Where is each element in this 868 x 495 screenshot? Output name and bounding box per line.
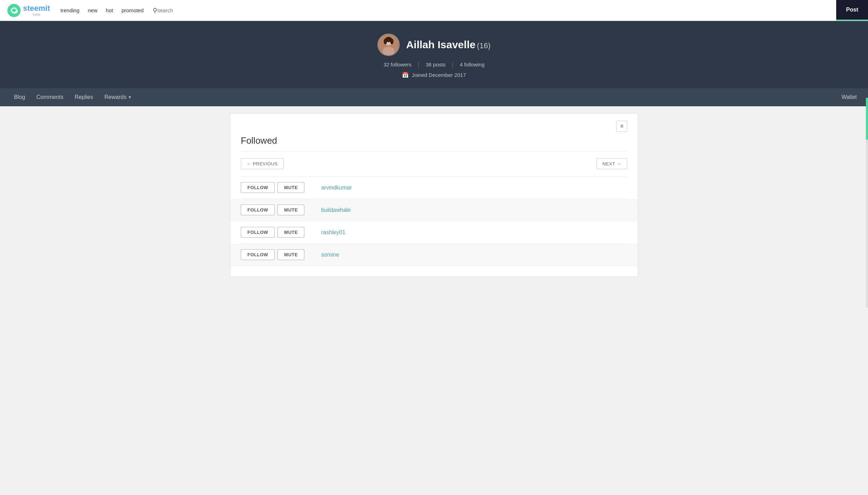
tab-comments[interactable]: Comments xyxy=(36,93,63,102)
top-navigation: steemit beta trending new hot promoted ⚲… xyxy=(0,0,868,21)
steemit-logo-icon xyxy=(7,3,21,17)
list-view-toggle-button[interactable]: ≡ xyxy=(616,121,627,132)
avatar-image xyxy=(378,34,399,55)
logo-area[interactable]: steemit beta xyxy=(7,3,50,17)
joined-date: Joined December 2017 xyxy=(412,72,466,78)
secondary-navigation: Blog Comments Replies Rewards ▼ Wallet xyxy=(0,88,868,106)
profile-stats: 32 followers | 36 posts | 4 following xyxy=(7,61,861,68)
chevron-down-icon: ▼ xyxy=(128,95,132,99)
mute-button-4[interactable]: MUTE xyxy=(277,249,304,260)
followers-count: 32 followers xyxy=(377,62,418,67)
avatar-svg xyxy=(378,34,399,56)
mute-button-2[interactable]: MUTE xyxy=(277,205,304,215)
scrollbar[interactable] xyxy=(866,98,868,308)
action-buttons-3: FOLLOW MUTE xyxy=(241,227,311,238)
follow-button-4[interactable]: FOLLOW xyxy=(241,249,275,260)
main-content: ≡ Followed ← PREVIOUS NEXT → FOLLOW MUTE… xyxy=(224,113,644,277)
follow-button-3[interactable]: FOLLOW xyxy=(241,227,275,238)
tab-rewards[interactable]: Rewards ▼ xyxy=(104,93,132,102)
nav-promoted[interactable]: promoted xyxy=(122,7,144,13)
profile-name-area: Aillah Isavelle (16) xyxy=(406,39,491,51)
svg-point-6 xyxy=(384,38,387,44)
follow-button-2[interactable]: FOLLOW xyxy=(241,205,275,215)
content-card: ≡ Followed ← PREVIOUS NEXT → FOLLOW MUTE… xyxy=(230,113,638,277)
app-beta: beta xyxy=(23,12,50,16)
followed-list: FOLLOW MUTE arvindkumar FOLLOW MUTE buil… xyxy=(241,176,627,266)
action-buttons-1: FOLLOW MUTE xyxy=(241,182,311,193)
user-link-1[interactable]: arvindkumar xyxy=(321,185,352,191)
following-count: 4 following xyxy=(454,62,491,67)
wallet-link[interactable]: Wallet xyxy=(830,88,868,106)
table-row: FOLLOW MUTE rashley01 xyxy=(241,221,627,244)
profile-reputation: (16) xyxy=(477,41,491,50)
follow-button-1[interactable]: FOLLOW xyxy=(241,182,275,193)
next-button[interactable]: NEXT → xyxy=(596,158,627,169)
tab-replies[interactable]: Replies xyxy=(74,93,93,102)
action-buttons-2: FOLLOW MUTE xyxy=(241,205,311,215)
profile-header: Aillah Isavelle (16) 32 followers | 36 p… xyxy=(0,21,868,88)
previous-button[interactable]: ← PREVIOUS xyxy=(241,158,284,169)
logo-text: steemit beta xyxy=(23,5,50,16)
search-area: ⚲ xyxy=(151,7,213,14)
svg-point-0 xyxy=(7,4,21,17)
mute-button-3[interactable]: MUTE xyxy=(277,227,304,238)
profile-joined: 📅 Joined December 2017 xyxy=(7,72,861,78)
search-input[interactable] xyxy=(157,7,213,13)
profile-name: Aillah Isavelle xyxy=(406,39,475,50)
user-link-2[interactable]: buildawhale xyxy=(321,207,351,213)
tab-blog[interactable]: Blog xyxy=(14,93,25,102)
scroll-thumb[interactable] xyxy=(866,98,868,140)
user-link-3[interactable]: rashley01 xyxy=(321,229,345,236)
posts-count: 36 posts xyxy=(419,62,452,67)
followed-title: Followed xyxy=(241,135,627,151)
avatar-area: Aillah Isavelle (16) xyxy=(7,34,861,56)
pagination-row: ← PREVIOUS NEXT → xyxy=(241,158,627,169)
tab-rewards-label[interactable]: Rewards xyxy=(104,93,126,102)
mute-button-1[interactable]: MUTE xyxy=(277,182,304,193)
nav-hot[interactable]: hot xyxy=(106,7,113,13)
svg-point-7 xyxy=(390,38,393,44)
calendar-icon: 📅 xyxy=(402,72,409,78)
post-button[interactable]: Post xyxy=(836,0,868,21)
nav-new[interactable]: new xyxy=(88,7,97,13)
nav-links: trending new hot promoted xyxy=(60,7,144,13)
user-link-4[interactable]: somine xyxy=(321,252,339,258)
secondary-nav-links: Blog Comments Replies Rewards ▼ xyxy=(14,93,132,102)
nav-trending[interactable]: trending xyxy=(60,7,79,13)
table-row: FOLLOW MUTE arvindkumar xyxy=(241,177,627,199)
action-buttons-4: FOLLOW MUTE xyxy=(241,249,311,260)
search-icon[interactable]: ⚲ xyxy=(153,7,157,14)
app-name: steemit xyxy=(23,5,50,12)
avatar xyxy=(377,34,400,56)
table-row: FOLLOW MUTE buildawhale xyxy=(230,199,638,221)
svg-point-3 xyxy=(383,47,395,56)
view-toggle-row: ≡ xyxy=(241,121,627,132)
table-row: FOLLOW MUTE somine xyxy=(230,244,638,266)
